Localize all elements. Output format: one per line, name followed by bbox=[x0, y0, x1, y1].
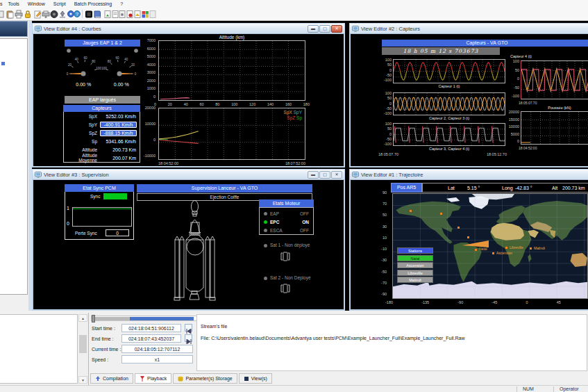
altitude-plot-xaxis: 020406080100120140160180 bbox=[154, 102, 310, 106]
tab-playback[interactable]: Playback bbox=[135, 373, 171, 384]
skip-to-end-button[interactable] bbox=[185, 334, 192, 342]
plot4-xlabel: 18:05:07.70 bbox=[519, 101, 537, 105]
capteurs-table: SpX5252.03 Km/hSpY-400.91 Km/hSpZ-888.15… bbox=[63, 112, 140, 163]
window-title: View Editor #1 : Trajectoire bbox=[361, 172, 423, 178]
svg-text:60: 60 bbox=[116, 56, 120, 60]
sat2-icon bbox=[280, 283, 290, 294]
legend-item[interactable]: Stations bbox=[397, 247, 433, 254]
sp-plot-legend: SpX SpY SpZ Sp bbox=[284, 110, 302, 121]
lock-icon[interactable] bbox=[24, 9, 32, 18]
window-supervision: View Editor #3 : Supervision ▬ ▢ ✕ Etat … bbox=[32, 169, 345, 311]
window-trajectoire-titlebar[interactable]: View Editor #1 : Trajectoire bbox=[350, 170, 588, 180]
svg-text:40: 40 bbox=[124, 58, 128, 61]
menu-bar: s Tools Window Script Batch Processing ? bbox=[0, 0, 588, 8]
sync-chart bbox=[72, 207, 132, 227]
scrollbar-thumb[interactable] bbox=[79, 335, 87, 353]
help-icon[interactable]: ? bbox=[73, 9, 81, 18]
window-supervision-titlebar[interactable]: View Editor #3 : Supervision ▬ ▢ ✕ bbox=[33, 170, 344, 180]
capteurs-row: SpX5252.03 Km/h bbox=[64, 112, 140, 120]
legend-item[interactable]: Malindi bbox=[397, 277, 433, 283]
slider-progress bbox=[130, 317, 194, 320]
window-capteurs-titlebar[interactable]: View Editor #2 : Capteurs bbox=[350, 24, 588, 34]
etats-moteur-header: Etats Moteur bbox=[259, 199, 314, 207]
station-marker-libreville bbox=[505, 247, 507, 249]
plot5 bbox=[521, 111, 588, 145]
plot2-title: Capteur 2, Capteur 3 (t) bbox=[393, 116, 505, 120]
current-time-value[interactable]: 024:18:05:12:707112 bbox=[121, 345, 193, 353]
sidebar-panel[interactable] bbox=[0, 38, 28, 295]
plot1-yaxis: 100500-50-100 bbox=[380, 58, 392, 82]
tab-compilation[interactable]: Compilation bbox=[90, 373, 133, 384]
maximize-button[interactable]: ▢ bbox=[319, 171, 330, 179]
menu-tools[interactable]: Tools bbox=[4, 1, 24, 6]
map-xaxis: -180-135-90-4504590 bbox=[385, 300, 588, 304]
status-bar: NUM Operator bbox=[0, 385, 588, 392]
end-time-value[interactable]: 024:18:07:43:452037 bbox=[121, 334, 181, 343]
stop-icon[interactable] bbox=[85, 9, 93, 18]
dock-tabs: Compilation Playback Parameter(s) Storag… bbox=[90, 373, 272, 384]
legend-item[interactable]: Natal bbox=[397, 255, 433, 261]
record-icon[interactable] bbox=[50, 9, 58, 18]
print-icon[interactable] bbox=[15, 9, 23, 18]
menu-batch-processing[interactable]: Batch Processing bbox=[70, 1, 116, 6]
views-icon bbox=[244, 376, 249, 382]
paste-icon[interactable] bbox=[6, 9, 14, 18]
speed-value[interactable]: x1 bbox=[121, 355, 193, 364]
etat-sync-panel: Etat Sync PCM Sync 1 0 Perte Sync 0 bbox=[65, 184, 134, 240]
svg-text:60: 60 bbox=[83, 56, 87, 60]
start-time-value[interactable]: 024:18:04:51:906112 bbox=[121, 324, 181, 332]
menu-window[interactable]: Window bbox=[24, 1, 49, 6]
menu-script[interactable]: Script bbox=[49, 1, 70, 6]
legend-item[interactable]: Ascension bbox=[397, 262, 433, 268]
storage-icon bbox=[178, 376, 183, 382]
sat2-label: Sat 2 - Non Déployé bbox=[270, 275, 311, 280]
tab-views[interactable]: View(s) bbox=[239, 373, 272, 384]
copy-icon[interactable] bbox=[0, 9, 4, 18]
scroll-down-arrow[interactable]: ▼ bbox=[78, 376, 87, 384]
capteurs-va-gto-header: Capteurs - VA GTO bbox=[382, 40, 588, 47]
svg-text:?: ? bbox=[76, 12, 78, 17]
capteurs-row: Altitude Moyenne200.07 Km bbox=[64, 154, 140, 162]
perte-sync-value: 0 bbox=[106, 229, 129, 236]
plot5-yaxis: 20000150001000050000 bbox=[505, 110, 519, 143]
speed-label: Speed : bbox=[92, 357, 108, 362]
scroll-up-arrow[interactable]: ▲ bbox=[78, 314, 87, 322]
book-icon[interactable] bbox=[93, 9, 101, 18]
plot2 bbox=[393, 92, 505, 115]
maximize-button[interactable]: ▢ bbox=[319, 25, 330, 33]
close-button[interactable]: ✕ bbox=[331, 171, 342, 179]
sync-chart-hi: 1 bbox=[67, 206, 69, 211]
dock-list-panel[interactable] bbox=[0, 314, 78, 384]
plot3-title: Capteur 3, Capteur 4 (t) bbox=[393, 147, 505, 151]
compilation-icon bbox=[95, 376, 101, 382]
stream-file-path: File: C:\Users\valentin.belaud\Documents… bbox=[201, 336, 465, 341]
minimize-button[interactable]: ▬ bbox=[308, 25, 319, 33]
doc-disabled-icon[interactable] bbox=[149, 9, 157, 18]
legend-item[interactable]: Libreville bbox=[397, 270, 433, 276]
tab-parameters-storage[interactable]: Parameter(s) Storage bbox=[173, 373, 237, 384]
window-icon bbox=[352, 172, 359, 178]
menu-help[interactable]: ? bbox=[116, 1, 127, 6]
window-courbes-titlebar[interactable]: View Editor #4 : Courbes ▬ ▢ ✕ bbox=[33, 24, 344, 34]
altitude-plot bbox=[158, 40, 305, 101]
station-marker-ascension bbox=[492, 252, 494, 254]
upload-icon[interactable] bbox=[58, 9, 67, 18]
leftcol-xaxis: 18:05:07.7018:05:12.70 bbox=[378, 152, 507, 156]
sidebar-header[interactable] bbox=[0, 21, 28, 37]
svg-text:0: 0 bbox=[67, 72, 69, 76]
rocket-diagram bbox=[172, 200, 217, 303]
window-courbes-content: Jauges EAP 1 & 2 0 20 40 60 80 100 0 bbox=[33, 34, 344, 166]
map-marker bbox=[440, 213, 442, 215]
plot3-yaxis: 100500-50-100 bbox=[380, 122, 392, 146]
close-button[interactable]: ✕ bbox=[331, 25, 342, 33]
skip-to-start-button[interactable] bbox=[185, 324, 192, 332]
dock-divider bbox=[88, 313, 89, 385]
dock-scrollbar[interactable]: ▲ ▼ bbox=[78, 314, 87, 384]
edit-icon[interactable] bbox=[33, 9, 42, 18]
export-icon[interactable] bbox=[42, 9, 50, 18]
lanceur-header: Supervision Lanceur - VA GTO bbox=[137, 184, 312, 193]
minimize-button[interactable]: ▬ bbox=[308, 171, 319, 179]
perte-sync-label: Perte Sync bbox=[75, 231, 97, 236]
pos-label[interactable]: Pos AR5 bbox=[391, 183, 422, 193]
gauges-footer: EAP largués bbox=[65, 96, 140, 104]
